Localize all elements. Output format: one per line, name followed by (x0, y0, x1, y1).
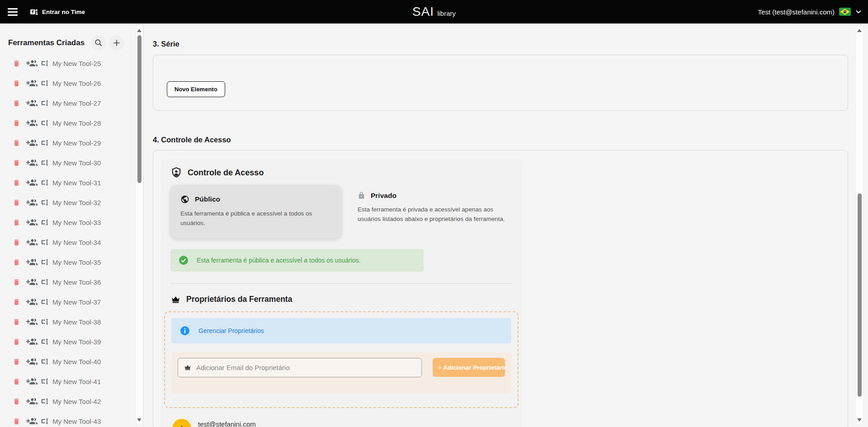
share-group-add-icon[interactable] (26, 239, 38, 246)
rename-tool-icon[interactable] (40, 218, 49, 227)
user-account-label: Test (test@stefanini.com) (758, 8, 835, 16)
search-button[interactable] (91, 35, 106, 51)
tool-list-item[interactable]: My New Tool-36 (0, 272, 143, 292)
join-team-button[interactable]: Entrar no Time (30, 8, 85, 16)
rename-tool-icon[interactable] (40, 198, 49, 207)
tool-list-item[interactable]: My New Tool-25 (0, 53, 143, 73)
delete-tool-icon[interactable] (13, 99, 20, 108)
sidebar-tools: Ferramentas Criadas (0, 23, 144, 427)
add-owner-button[interactable]: + Adicionar Proprietário (433, 358, 505, 377)
delete-tool-icon[interactable] (13, 357, 20, 366)
tool-list-item[interactable]: My New Tool-27 (0, 93, 143, 113)
share-group-add-icon[interactable] (26, 378, 38, 385)
rename-tool-icon[interactable] (40, 258, 49, 267)
rename-tool-icon[interactable] (40, 158, 49, 167)
delete-tool-icon[interactable] (13, 159, 20, 167)
chevron-down-icon[interactable] (855, 9, 862, 14)
rename-tool-icon[interactable] (40, 337, 49, 346)
brazil-flag-icon[interactable] (839, 8, 851, 16)
scroll-down-arrow-icon[interactable] (137, 418, 142, 422)
rename-tool-icon[interactable] (40, 297, 49, 306)
share-group-add-icon[interactable] (26, 119, 38, 127)
tool-list-item[interactable]: My New Tool-28 (0, 113, 143, 133)
tool-list-item[interactable]: My New Tool-40 (0, 352, 143, 371)
delete-tool-icon[interactable] (13, 119, 20, 127)
share-group-add-icon[interactable] (26, 418, 38, 425)
tool-list-item[interactable]: My New Tool-41 (0, 371, 143, 391)
share-group-add-icon[interactable] (26, 139, 38, 147)
add-tool-button[interactable] (109, 35, 124, 51)
option-private[interactable]: Privado Esta ferramenta é privada e aces… (358, 185, 507, 224)
share-group-add-icon[interactable] (26, 99, 38, 107)
share-group-add-icon[interactable] (26, 159, 38, 167)
rename-tool-icon[interactable] (40, 238, 49, 247)
share-group-add-icon[interactable] (26, 60, 38, 67)
delete-tool-icon[interactable] (13, 198, 20, 207)
tool-list-item[interactable]: My New Tool-39 (0, 332, 143, 352)
rename-tool-icon[interactable] (40, 79, 49, 88)
delete-tool-icon[interactable] (13, 258, 20, 267)
share-group-add-icon[interactable] (26, 398, 38, 405)
owner-email-input[interactable] (196, 364, 416, 371)
tool-list-item[interactable]: My New Tool-29 (0, 133, 143, 153)
scroll-up-arrow-icon[interactable] (137, 29, 142, 32)
rename-tool-icon[interactable] (40, 317, 49, 326)
delete-tool-icon[interactable] (13, 318, 20, 326)
rename-tool-icon[interactable] (40, 357, 49, 366)
share-group-add-icon[interactable] (26, 199, 38, 206)
public-option-description: Esta ferramenta é pública e acessível a … (180, 209, 331, 228)
rename-tool-icon[interactable] (40, 178, 49, 187)
tool-list-item[interactable]: My New Tool-35 (0, 252, 143, 272)
share-group-add-icon[interactable] (26, 318, 38, 326)
tool-list-item[interactable]: My New Tool-30 (0, 153, 143, 173)
tool-list-item[interactable]: My New Tool-32 (0, 192, 143, 212)
scroll-down-arrow-icon[interactable] (857, 418, 862, 422)
delete-tool-icon[interactable] (13, 79, 20, 88)
sidebar-scrollbar[interactable] (136, 25, 143, 425)
tool-list-item[interactable]: My New Tool-37 (0, 292, 143, 312)
delete-tool-icon[interactable] (13, 139, 20, 147)
delete-tool-icon[interactable] (13, 238, 20, 247)
tool-list-item[interactable]: My New Tool-26 (0, 73, 143, 93)
main-scrollbar-thumb[interactable] (858, 193, 862, 397)
tool-list-item[interactable]: My New Tool-38 (0, 312, 143, 332)
delete-tool-icon[interactable] (13, 178, 20, 187)
rename-tool-icon[interactable] (40, 118, 49, 127)
rename-tool-icon[interactable] (40, 138, 49, 147)
delete-tool-icon[interactable] (13, 218, 20, 227)
tool-name: My New Tool-39 (52, 338, 101, 346)
delete-tool-icon[interactable] (13, 298, 20, 306)
rename-tool-icon[interactable] (40, 59, 49, 68)
sidebar-scrollbar-thumb[interactable] (137, 35, 142, 183)
delete-tool-icon[interactable] (13, 377, 20, 386)
delete-tool-icon[interactable] (13, 278, 20, 286)
share-group-add-icon[interactable] (26, 219, 38, 226)
share-group-add-icon[interactable] (26, 80, 38, 87)
scroll-up-arrow-icon[interactable] (857, 29, 862, 32)
tool-list-item[interactable]: My New Tool-33 (0, 212, 143, 232)
menu-icon[interactable] (5, 4, 22, 20)
share-group-add-icon[interactable] (26, 358, 38, 366)
tool-list-item[interactable]: My New Tool-42 (0, 391, 143, 411)
rename-tool-icon[interactable] (40, 277, 49, 286)
share-group-add-icon[interactable] (26, 278, 38, 286)
tool-list-item[interactable]: My New Tool-34 (0, 232, 143, 252)
delete-tool-icon[interactable] (13, 338, 20, 346)
share-group-add-icon[interactable] (26, 258, 38, 266)
rename-tool-icon[interactable] (40, 417, 49, 426)
share-group-add-icon[interactable] (26, 298, 38, 306)
main-scrollbar[interactable] (856, 25, 863, 425)
tool-list-item[interactable]: My New Tool-31 (0, 173, 143, 192)
rename-tool-icon[interactable] (40, 377, 49, 386)
delete-tool-icon[interactable] (13, 417, 20, 426)
rename-tool-icon[interactable] (40, 397, 49, 406)
option-public[interactable]: Público Esta ferramenta é pública e aces… (170, 185, 341, 238)
share-group-add-icon[interactable] (26, 179, 38, 187)
share-group-add-icon[interactable] (26, 338, 38, 346)
rename-tool-icon[interactable] (40, 99, 49, 108)
delete-tool-icon[interactable] (13, 397, 20, 406)
new-element-button[interactable]: Novo Elemento (167, 81, 225, 97)
delete-tool-icon[interactable] (13, 59, 20, 68)
tool-list-item[interactable]: My New Tool-43 (0, 411, 143, 427)
owner-email-field-wrap[interactable] (178, 358, 422, 377)
